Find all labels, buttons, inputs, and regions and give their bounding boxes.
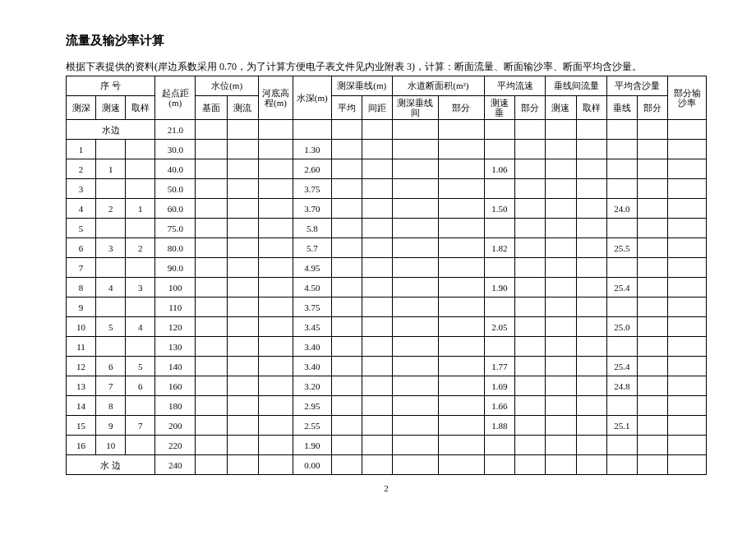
page-number: 2: [66, 483, 707, 493]
hdr-ceshenchuixianjian: 测深垂线间: [393, 96, 439, 120]
cell-ceshen: 2: [67, 159, 96, 179]
table-row: 350.03.75: [67, 179, 707, 199]
cell-ss: [293, 120, 331, 140]
cell-hsl: 24.8: [606, 376, 637, 396]
cell-qdj: 60.0: [155, 199, 196, 219]
cell-ss: 2.60: [293, 159, 331, 179]
calc-table: 序 号 起点距(m) 水位(m) 河底高程(m) 水深(m) 测深垂线(m) 水…: [66, 76, 707, 475]
cell-cesu: 1: [96, 159, 126, 179]
hdr-ceshen: 测深: [67, 96, 96, 120]
cell-hsl: [606, 337, 637, 357]
table-row: 2140.02.601.06: [67, 159, 707, 179]
cell-ss: 2.55: [293, 416, 331, 436]
cell-quyang: 2: [126, 238, 155, 258]
cell-ss: 1.90: [293, 436, 331, 455]
table-row: 10541203.452.0525.0: [67, 317, 707, 337]
cell-cesu: 10: [96, 436, 126, 455]
cell-quyang: 4: [126, 317, 155, 337]
cell-quyang: 6: [126, 376, 155, 396]
table-row: 63280.05.71.8225.5: [67, 238, 707, 258]
cell-qdj: 40.0: [155, 159, 196, 179]
cell-pjls: 1.77: [484, 357, 514, 376]
cell-cesu: 3: [96, 238, 126, 258]
hdr-jimian: 基面: [196, 96, 227, 120]
cell-qdj: 21.0: [155, 120, 196, 140]
cell-quyang: [126, 337, 155, 357]
cell-cesu: [96, 297, 126, 317]
hdr-pingjunhanshaliang: 平均含沙量: [606, 76, 668, 96]
cell-pjls: 1.50: [484, 199, 514, 219]
cell-ceshen: 13: [67, 376, 96, 396]
cell-pjls: [484, 436, 514, 455]
cell-pjls: 1.88: [484, 416, 514, 436]
cell-hsl: [606, 436, 637, 455]
hdr-qidianju: 起点距(m): [155, 76, 196, 120]
cell-qdj: 100: [155, 278, 196, 297]
page-title: 流量及输沙率计算: [66, 33, 707, 48]
cell-pjls: [484, 140, 514, 159]
hdr-hedigaocheng: 河底高程(m): [259, 76, 293, 120]
cell-pjls: [484, 297, 514, 317]
hdr-bufenshusha: 部分输沙率: [668, 76, 707, 120]
cell-shuibian-bottom: 水 边: [67, 455, 155, 475]
cell-quyang: [126, 297, 155, 317]
cell-hsl: [606, 297, 637, 317]
cell-ceshen: 3: [67, 179, 96, 199]
cell-hsl: 24.0: [606, 199, 637, 219]
cell-quyang: [126, 436, 155, 455]
table-row: 8431004.501.9025.4: [67, 278, 707, 297]
cell-ss: 3.75: [293, 179, 331, 199]
cell-cesu: 7: [96, 376, 126, 396]
cell-hsl: 25.4: [606, 357, 637, 376]
table-row: 13761603.201.6924.8: [67, 376, 707, 396]
cell-ss: 3.40: [293, 357, 331, 376]
hdr-quyang2: 取样: [576, 96, 606, 120]
cell-qdj: 200: [155, 416, 196, 436]
cell-hsl: [606, 258, 637, 278]
cell-cesu: 4: [96, 278, 126, 297]
cell-pjls: 1.82: [484, 238, 514, 258]
table-row: 水边21.0: [67, 120, 707, 140]
cell-cesu: [96, 337, 126, 357]
hdr-pingjunliusu: 平均流速: [484, 76, 546, 96]
cell-ss: 5.8: [293, 219, 331, 238]
cell-ss: 2.95: [293, 396, 331, 416]
cell-ss: 3.45: [293, 317, 331, 337]
cell-ceshen: 4: [67, 199, 96, 219]
cell-quyang: [126, 179, 155, 199]
cell-qdj: 220: [155, 436, 196, 455]
hdr-xuhao: 序 号: [67, 76, 155, 96]
hdr-shuishen: 水深(m): [293, 76, 331, 120]
cell-hsl: 25.4: [606, 278, 637, 297]
cell-ss: 3.40: [293, 337, 331, 357]
cell-pjls: 1.69: [484, 376, 514, 396]
table-row: 12651403.401.7725.4: [67, 357, 707, 376]
cell-ceshen: 7: [67, 258, 96, 278]
cell-shuibian: 水边: [67, 120, 155, 140]
cell-qdj: 160: [155, 376, 196, 396]
hdr-jianju: 间距: [362, 96, 392, 120]
cell-ceshen: 9: [67, 297, 96, 317]
hdr-quyang: 取样: [126, 96, 155, 120]
cell-hsl: [606, 159, 637, 179]
table-row: 16102201.90: [67, 436, 707, 455]
cell-qdj: 130: [155, 337, 196, 357]
cell-quyang: 3: [126, 278, 155, 297]
cell-hsl: 25.0: [606, 317, 637, 337]
cell-hsl: [606, 179, 637, 199]
hdr-cesu2: 测速: [546, 96, 576, 120]
table-row: 42160.03.701.5024.0: [67, 199, 707, 219]
cell-pjls: [484, 258, 514, 278]
cell-ss: 4.50: [293, 278, 331, 297]
cell-ceshen: 10: [67, 317, 96, 337]
hdr-cesu: 测速: [96, 96, 126, 120]
cell-ss: 0.00: [293, 455, 331, 475]
cell-cesu: [96, 258, 126, 278]
cell-ss: 3.75: [293, 297, 331, 317]
cell-ceshen: 12: [67, 357, 96, 376]
cell-ss: 4.95: [293, 258, 331, 278]
cell-cesu: 8: [96, 396, 126, 416]
hdr-shuiwei: 水位(m): [196, 76, 259, 96]
cell-ceshen: 15: [67, 416, 96, 436]
cell-ceshen: 8: [67, 278, 96, 297]
